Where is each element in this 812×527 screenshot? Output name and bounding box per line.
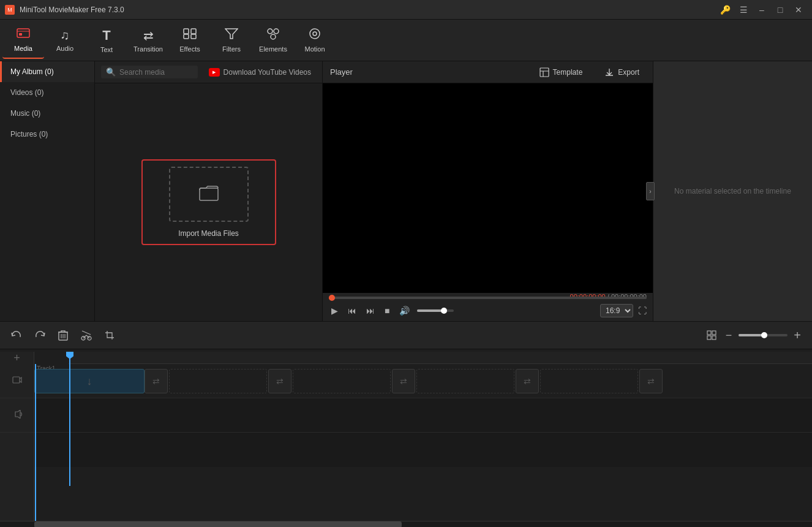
cut-button[interactable] [77, 326, 96, 344]
crop-button[interactable] [100, 326, 119, 344]
aspect-ratio-select[interactable]: 16:9 9:16 1:1 4:3 [600, 304, 633, 317]
svg-rect-24 [712, 331, 716, 335]
tracks-area: Track1 ↓ ⇄ ⇄ ⇄ [34, 364, 812, 521]
import-dashed-border [169, 167, 249, 222]
svg-rect-25 [707, 336, 711, 339]
video-segment[interactable]: ↓ [34, 369, 145, 393]
toolbar-effects[interactable]: Effects [169, 22, 211, 59]
transition-1[interactable]: ⇄ [145, 369, 168, 393]
transition-label: Transition [133, 45, 163, 53]
collapse-button[interactable]: › [646, 182, 655, 200]
timeline-ruler [69, 352, 812, 364]
youtube-icon [209, 68, 220, 77]
center-panel: 🔍 Download YouTube Videos Import Med [95, 61, 322, 321]
sidebar-item-pictures[interactable]: Pictures (0) [0, 124, 94, 145]
control-row: ▶ ⏮ ⏭ ■ 🔊 16:9 9:16 1:1 4:3 [329, 304, 647, 317]
audio-track-row [34, 398, 812, 433]
delete-button[interactable] [54, 326, 72, 344]
sidebar-item-videos[interactable]: Videos (0) [0, 82, 94, 103]
redo-button[interactable] [31, 326, 49, 344]
svg-rect-2 [184, 29, 189, 34]
search-box[interactable]: 🔍 [101, 66, 198, 78]
svg-rect-13 [540, 68, 549, 77]
minimize-button[interactable]: – [753, 3, 770, 17]
toolbar-elements[interactable]: Elements [252, 22, 294, 59]
media-content: Import Media Files [95, 83, 322, 321]
svg-rect-5 [191, 34, 196, 39]
player-controls: 00:00:00:00 / 00:00:00:00 ▶ ⏮ ⏭ ■ 🔊 16:9 [323, 293, 653, 321]
close-button[interactable]: ✕ [790, 3, 807, 17]
audio-label: Audio [56, 45, 73, 52]
zoom-plus-button[interactable]: + [790, 328, 805, 343]
template-label: Template [553, 68, 583, 77]
transition-3[interactable]: ⇄ [392, 369, 415, 393]
scrollbar-thumb[interactable] [34, 521, 402, 527]
player-panel: Player Template Export 00:00:00:00 / 00:… [322, 61, 653, 321]
svg-rect-3 [191, 29, 196, 34]
playhead-marker [66, 352, 73, 359]
svg-point-7 [268, 29, 273, 34]
svg-point-8 [274, 29, 279, 34]
play-button[interactable]: ▶ [329, 305, 340, 317]
toolbar-text[interactable]: T Text [86, 22, 127, 59]
empty-segment-3 [416, 369, 514, 393]
zoom-minus-button[interactable]: − [721, 328, 736, 343]
prev-frame-button[interactable]: ⏮ [345, 305, 359, 317]
export-label: Export [618, 68, 639, 77]
volume-slider[interactable] [417, 309, 454, 312]
transition-2[interactable]: ⇄ [268, 369, 291, 393]
svg-rect-26 [712, 336, 716, 339]
svg-point-11 [313, 32, 317, 36]
effects-icon [183, 28, 197, 43]
undo-button[interactable] [7, 326, 26, 344]
toolbar-audio[interactable]: ♫ Audio [44, 22, 86, 59]
export-button[interactable]: Export [598, 66, 645, 79]
svg-rect-27 [13, 377, 20, 383]
menu-button[interactable]: ☰ [735, 3, 752, 17]
empty-segment-1 [169, 369, 267, 393]
volume-button[interactable]: 🔊 [397, 305, 412, 317]
sidebar-item-my-album[interactable]: My Album (0) [0, 61, 94, 82]
svg-rect-23 [707, 331, 711, 335]
zoom-slider[interactable] [739, 334, 788, 336]
template-button[interactable]: Template [533, 66, 589, 79]
elements-icon [266, 28, 280, 43]
filters-label: Filters [222, 45, 241, 53]
toolbar-filters[interactable]: Filters [211, 22, 252, 59]
import-media-button[interactable]: Import Media Files [141, 159, 276, 245]
toolbar-transition[interactable]: ⇄ Transition [127, 22, 169, 59]
media-icon [17, 27, 30, 42]
add-track-button[interactable]: + [13, 347, 20, 369]
youtube-download-button[interactable]: Download YouTube Videos [204, 66, 316, 78]
player-title: Player [330, 67, 524, 77]
window-controls: 🔑 ☰ – □ ✕ [716, 3, 807, 17]
timeline-top-bar: + [0, 349, 812, 364]
next-frame-button[interactable]: ⏭ [364, 305, 377, 317]
audio-track-label [0, 398, 34, 433]
key-button[interactable]: 🔑 [716, 3, 734, 17]
transition-4[interactable]: ⇄ [516, 369, 539, 393]
fit-icon [707, 330, 716, 340]
fit-button[interactable] [704, 328, 719, 343]
transition-5[interactable]: ⇄ [639, 369, 663, 393]
properties-panel: › No material selected on the timeline [653, 61, 812, 321]
svg-point-9 [271, 34, 276, 39]
media-label: Media [14, 45, 32, 52]
main-content: My Album (0) Videos (0) Music (0) Pictur… [0, 61, 812, 321]
playhead-line [69, 352, 70, 486]
stop-button[interactable]: ■ [382, 305, 392, 317]
maximize-button[interactable]: □ [772, 3, 789, 17]
toolbar-motion[interactable]: Motion [294, 22, 336, 59]
titlebar: M MiniTool MovieMaker Free 7.3.0 🔑 ☰ – □… [0, 0, 812, 20]
player-header: Player Template Export [323, 61, 653, 83]
svg-marker-6 [225, 29, 238, 39]
elements-label: Elements [259, 45, 287, 53]
export-icon [604, 67, 614, 77]
toolbar-media[interactable]: Media [2, 22, 44, 59]
sidebar-item-music[interactable]: Music (0) [0, 103, 94, 124]
search-input[interactable] [119, 68, 193, 77]
fullscreen-button[interactable]: ⛶ [638, 306, 647, 316]
progress-bar[interactable] [329, 297, 647, 299]
text-label: Text [100, 46, 113, 53]
timeline-scrollbar[interactable] [0, 521, 812, 527]
